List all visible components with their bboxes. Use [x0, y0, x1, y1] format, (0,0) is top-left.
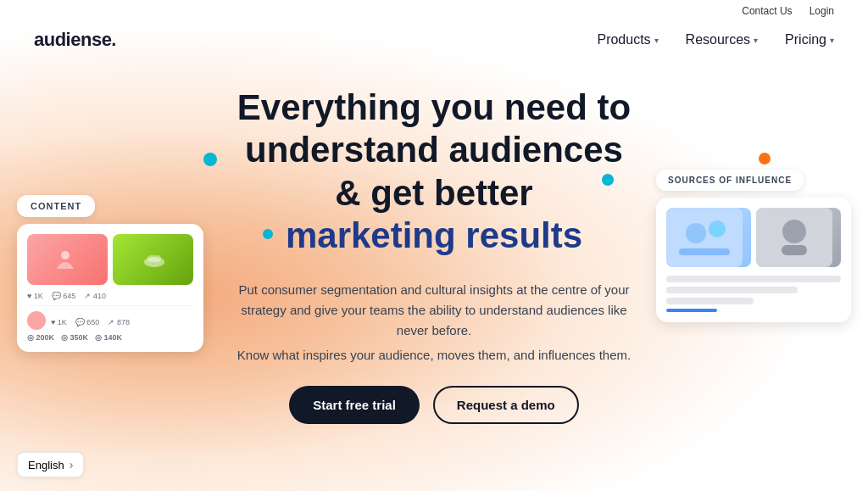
- headline-line3: & get better: [335, 173, 532, 213]
- hero-subtext-2: Know what inspires your audience, moves …: [237, 348, 631, 362]
- chevron-right-icon: ›: [70, 458, 74, 471]
- nav-item-products[interactable]: Products ▾: [597, 32, 658, 47]
- nav-item-resources[interactable]: Resources ▾: [686, 32, 758, 47]
- logo[interactable]: audiense.: [34, 29, 116, 51]
- hero-headline: Everything you need to understand audien…: [237, 86, 631, 258]
- nav-links: Products ▾ Resources ▾ Pricing ▾: [597, 32, 834, 47]
- nav-label-pricing: Pricing: [785, 32, 826, 47]
- start-free-trial-button[interactable]: Start free trial: [289, 386, 420, 424]
- language-label: English: [28, 459, 64, 471]
- headline-line1: Everything you need to: [237, 87, 631, 127]
- nav-link-resources[interactable]: Resources ▾: [686, 32, 758, 47]
- headline-line2: understand audiences: [245, 130, 623, 170]
- nav-link-products[interactable]: Products ▾: [597, 32, 658, 47]
- nav-item-pricing[interactable]: Pricing ▾: [785, 32, 834, 47]
- headline-line4: marketing results: [286, 215, 582, 255]
- nav-label-resources: Resources: [686, 32, 750, 47]
- request-demo-button[interactable]: Request a demo: [433, 386, 579, 424]
- chevron-down-icon: ▾: [754, 36, 758, 45]
- logo-text: audiense.: [34, 29, 116, 50]
- top-utility-bar: Contact Us Login: [0, 0, 868, 22]
- main-navbar: audiense. Products ▾ Resources ▾ Pricing…: [0, 22, 868, 61]
- hero-section: Everything you need to understand audien…: [0, 61, 868, 424]
- chevron-down-icon: ▾: [654, 36, 659, 45]
- chevron-down-icon: ▾: [830, 36, 834, 45]
- language-selector[interactable]: English ›: [17, 452, 84, 477]
- login-link[interactable]: Login: [810, 5, 834, 17]
- nav-link-pricing[interactable]: Pricing ▾: [785, 32, 834, 47]
- contact-us-link[interactable]: Contact Us: [742, 5, 792, 17]
- hero-cta-buttons: Start free trial Request a demo: [289, 386, 578, 424]
- nav-label-products: Products: [597, 32, 650, 47]
- hero-subtext-1: Put consumer segmentation and cultural i…: [231, 280, 637, 341]
